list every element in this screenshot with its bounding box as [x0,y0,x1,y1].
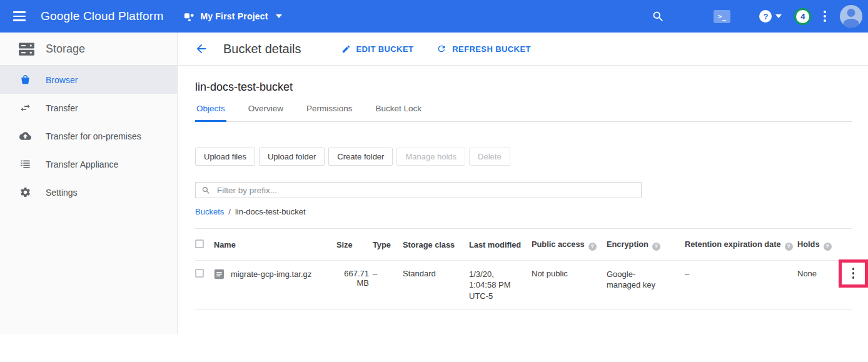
help-icon[interactable]: ? [588,243,597,251]
sidebar-item-label: Transfer [46,103,78,113]
breadcrumb-separator: / [228,207,231,216]
search-icon[interactable] [652,10,665,23]
row-checkbox[interactable] [195,269,204,278]
shell-prompt-glyph: >_ [718,13,727,20]
sidebar-item-label: Transfer Appliance [46,159,118,169]
tab-permissions[interactable]: Permissions [305,104,354,122]
cell-type: – [373,260,403,310]
more-options-icon[interactable] [824,10,826,23]
gear-icon [19,186,32,199]
sidebar-item-settings[interactable]: Settings [0,178,177,206]
tab-bar: Objects Overview Permissions Bucket Lock [195,104,852,122]
object-actions-toolbar: Upload files Upload folder Create folder… [195,148,852,166]
cell-size: 667.71 MB [336,260,373,310]
avatar[interactable] [840,5,862,28]
column-header-storage-class: Storage class [403,229,469,260]
upload-folder-button[interactable]: Upload folder [259,148,325,166]
column-header-public-access: Public access? [532,229,607,260]
cell-public-access: Not public [532,260,607,310]
edit-bucket-label: EDIT BUCKET [356,44,414,54]
objects-table: Name Size Type Storage class Last modifi… [195,229,852,310]
tab-overview[interactable]: Overview [247,104,285,122]
breadcrumb: Buckets / lin-docs-test-bucket [195,207,852,216]
delete-button: Delete [469,148,510,166]
select-all-checkbox[interactable] [195,239,204,248]
tab-bucket-lock[interactable]: Bucket Lock [375,104,423,122]
project-icon [184,11,194,22]
help-icon[interactable]: ? [824,243,832,251]
refresh-bucket-button[interactable]: REFRESH BUCKET [437,44,531,54]
bucket-name: lin-docs-test-bucket [195,81,852,94]
cloud-upload-icon [19,130,32,143]
appliance-icon [19,158,32,171]
bucket-icon [19,74,32,86]
sidebar-item-label: Transfer for on-premises [46,131,141,141]
help-icon: ? [759,10,772,23]
swap-arrows-icon [19,102,32,114]
table-header-row: Name Size Type Storage class Last modifi… [195,229,852,260]
help-menu[interactable]: ? [759,10,782,23]
breadcrumb-current: lin-docs-test-bucket [235,207,306,216]
breadcrumb-buckets-link[interactable]: Buckets [195,207,224,216]
table-row: migrate-gcp-img.tar.gz 667.71 MB – Stand… [195,260,852,310]
column-header-retention: Retention expiration date? [685,229,797,260]
sidebar-item-transfer-on-premises[interactable]: Transfer for on-premises [0,122,177,150]
product-name: Google Cloud Platform [41,9,163,23]
column-header-size: Size [336,229,373,260]
cell-encryption: Google-managed key [607,260,685,310]
back-arrow-icon[interactable] [194,41,209,56]
main-content: lin-docs-test-bucket Objects Overview Pe… [178,66,868,310]
help-icon[interactable]: ? [652,243,660,251]
cloud-shell-icon[interactable]: >_ [714,10,730,23]
manage-holds-button: Manage holds [396,148,465,166]
annotation-highlight-box [839,259,868,288]
sidebar-item-label: Browser [46,75,78,85]
column-header-holds: Holds? [797,229,832,260]
page-header: Bucket details EDIT BUCKET REFRESH BUCKE… [178,33,868,66]
chevron-down-icon [276,14,282,18]
column-header-encryption: Encryption? [607,229,685,260]
cell-holds: None [797,260,832,310]
help-icon[interactable]: ? [785,243,793,251]
object-name-link[interactable]: migrate-gcp-img.tar.gz [231,269,311,279]
sidebar-title: Storage [46,43,85,56]
file-icon [214,269,225,279]
pencil-icon [341,44,351,54]
column-header-type: Type [373,229,403,260]
edit-bucket-button[interactable]: EDIT BUCKET [341,44,414,54]
sidebar-item-label: Settings [46,188,78,198]
notifications-badge[interactable]: 4 [794,8,811,25]
sidebar-header: Storage [0,33,177,66]
storage-product-icon [18,41,35,57]
sidebar-item-browser[interactable]: Browser [0,66,177,94]
column-header-last-modified: Last modified [469,229,532,260]
cell-last-modified: 1/3/20, 1:04:58 PM UTC-5 [469,260,532,310]
chevron-down-icon [775,14,782,18]
cell-retention: – [685,260,797,310]
sidebar-item-transfer-appliance[interactable]: Transfer Appliance [0,150,177,178]
project-selector[interactable]: My First Project [184,11,281,22]
top-navigation-bar: Google Cloud Platform My First Project >… [0,0,868,33]
row-more-options-icon[interactable] [852,267,855,279]
project-name: My First Project [200,11,268,21]
refresh-bucket-label: REFRESH BUCKET [452,44,531,54]
cell-storage-class: Standard [403,260,469,310]
menu-icon[interactable] [13,9,26,24]
upload-files-button[interactable]: Upload files [195,148,255,166]
sidebar: Storage Browser Transfer Transfer for on… [0,33,178,334]
create-folder-button[interactable]: Create folder [328,148,393,166]
tab-objects[interactable]: Objects [195,104,226,122]
filter-box [195,182,642,198]
sidebar-item-transfer[interactable]: Transfer [0,94,177,122]
search-icon [201,186,211,195]
page-title: Bucket details [223,42,301,56]
filter-input[interactable] [216,185,635,196]
refresh-icon [437,44,447,54]
column-header-name: Name [214,229,336,260]
